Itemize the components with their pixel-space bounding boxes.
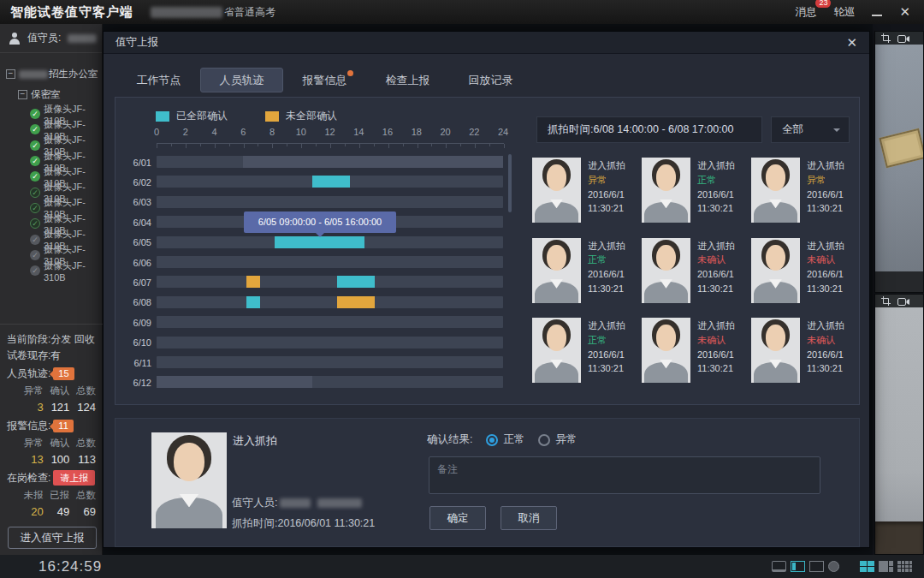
timeline-row: 6/03 <box>116 193 513 212</box>
video-feed-2[interactable] <box>874 294 924 555</box>
grid-4x4-icon[interactable] <box>897 561 912 572</box>
tab-4[interactable]: 检查上报 <box>366 68 449 92</box>
timeline-segment-unconfirmed[interactable] <box>337 296 375 308</box>
timeline-segment-confirmed[interactable] <box>246 296 261 308</box>
timeline-track[interactable] <box>157 236 503 248</box>
timeline-segment-unconfirmed[interactable] <box>246 276 261 288</box>
axis-tick <box>258 144 258 146</box>
timeline-segment-confirmed[interactable] <box>275 236 364 248</box>
camera-item[interactable]: 摄像头JF-310B <box>0 263 102 278</box>
timeline-track[interactable] <box>157 176 503 188</box>
video-feed-1[interactable] <box>874 31 924 293</box>
tab-1[interactable]: 工作节点 <box>117 68 200 92</box>
axis-tick-label: 12 <box>324 127 335 137</box>
capture-card-info: 进入抓拍未确认2016/6/111:30:21 <box>697 238 735 319</box>
axis-tick-label: 10 <box>296 127 306 137</box>
timeline-track[interactable] <box>157 256 503 268</box>
grid-1plus5-icon[interactable] <box>879 561 893 572</box>
axis-tick <box>374 144 375 146</box>
timeline-track[interactable] <box>157 376 503 388</box>
axis-tick <box>157 144 157 148</box>
capture-date: 2016/6/1 <box>588 188 625 202</box>
capture-date: 2016/6/1 <box>697 267 735 282</box>
camera-icon[interactable] <box>897 31 909 46</box>
collapse-icon[interactable] <box>18 90 27 99</box>
record-icon[interactable] <box>828 561 839 572</box>
tab-label: 人员轨迹 <box>220 74 264 86</box>
confirm-button[interactable]: 确定 <box>429 506 486 530</box>
exam-label: 省普通高考 <box>224 5 275 20</box>
capture-card[interactable]: 进入抓拍正常2016/6/111:30:21 <box>532 238 642 319</box>
capture-card[interactable]: 进入抓拍正常2016/6/111:30:21 <box>532 318 642 398</box>
axis-tick <box>301 144 302 148</box>
capture-card[interactable]: 进入抓拍未确认2016/6/111:30:21 <box>751 318 861 398</box>
video-frame <box>875 295 923 554</box>
stat-col-header: 未报 <box>17 487 44 504</box>
capture-filter-dropdown[interactable]: 全部 <box>771 116 850 143</box>
tab-2[interactable]: 人员轨迹 <box>200 68 283 92</box>
timeline-track[interactable] <box>157 356 503 368</box>
timeline-track[interactable] <box>157 196 503 208</box>
note-textarea[interactable] <box>429 456 820 494</box>
tree-node-secure-room[interactable]: 保密室 <box>0 86 102 104</box>
crop-icon[interactable] <box>881 294 891 309</box>
minimize-icon[interactable] <box>872 15 882 16</box>
tab-3[interactable]: 报警信息 <box>283 68 366 92</box>
capture-date: 2016/6/1 <box>697 188 735 202</box>
stat-col-header: 总数 <box>69 487 96 504</box>
cancel-button[interactable]: 取消 <box>500 506 557 530</box>
grid-cell <box>897 565 901 569</box>
dialog-close-icon[interactable]: ✕ <box>846 35 857 51</box>
capture-card[interactable]: 进入抓拍异常2016/6/111:30:21 <box>751 158 861 238</box>
capture-card[interactable]: 进入抓拍未确认2016/6/111:30:21 <box>642 238 751 319</box>
axis-tick-label: 6 <box>240 127 246 137</box>
tab-5[interactable]: 回放记录 <box>449 68 532 92</box>
screen-icon[interactable] <box>772 561 786 572</box>
timeline-row-label: 6/04 <box>121 217 151 228</box>
timeline-segment-confirmed[interactable] <box>312 176 350 188</box>
crop-icon[interactable] <box>881 31 891 46</box>
tab-label: 检查上报 <box>386 74 430 86</box>
patrol-button[interactable]: 轮巡 <box>833 5 855 20</box>
timeline-track[interactable] <box>157 156 503 168</box>
axis-tick-label: 24 <box>498 127 508 137</box>
axis-tick <box>272 144 273 148</box>
single-view-icon[interactable] <box>809 561 824 572</box>
stat-col-header: 已报 <box>44 487 70 504</box>
timeline-segment-confirmed[interactable] <box>337 276 375 288</box>
timeline-row: 6/08 <box>116 293 513 313</box>
grid-2x2-icon[interactable] <box>860 561 874 572</box>
capture-status: 未确认 <box>697 253 735 267</box>
capture-date: 2016/6/1 <box>807 188 844 202</box>
capture-card[interactable]: 进入抓拍未确认2016/6/111:30:21 <box>751 238 861 319</box>
capture-card[interactable]: 进入抓拍未确认2016/6/111:30:21 <box>642 318 751 398</box>
capture-card[interactable]: 进入抓拍异常2016/6/111:30:21 <box>532 158 642 238</box>
timeline-track[interactable] <box>157 337 503 349</box>
timeline-track[interactable] <box>157 316 503 328</box>
capture-photo <box>751 318 800 383</box>
tree-node-office[interactable]: 招生办公室 <box>0 65 102 83</box>
axis-tick-label: 4 <box>211 127 216 137</box>
stat-table: 未报已报总数204969 <box>7 487 98 521</box>
axis-tick <box>431 144 432 146</box>
timeline-segment-range[interactable] <box>157 376 312 388</box>
capture-card[interactable]: 进入抓拍正常2016/6/111:30:21 <box>642 158 751 238</box>
timeline-track[interactable] <box>157 276 503 288</box>
stat-section-label: 在岗检查: <box>7 471 50 486</box>
timeline-track[interactable] <box>157 296 503 308</box>
timeline-segment-range[interactable] <box>243 156 503 168</box>
radio-normal[interactable] <box>486 434 498 446</box>
timeline-tooltip: 6/05 09:00:00 - 6/05 16:00:00 <box>244 212 396 233</box>
enter-report-button[interactable]: 进入值守上报 <box>8 527 97 549</box>
sidebar-layout-icon[interactable] <box>791 561 805 572</box>
stat-section-badge[interactable]: 请上报 <box>53 470 95 486</box>
capture-card-info: 进入抓拍正常2016/6/111:30:21 <box>588 318 625 398</box>
close-icon[interactable]: ✕ <box>899 4 910 20</box>
radio-abnormal[interactable] <box>538 434 550 446</box>
collapse-icon[interactable] <box>6 69 15 79</box>
messages-button[interactable]: 消息 23 <box>795 5 816 20</box>
capture-photo <box>751 238 800 303</box>
camera-icon[interactable] <box>897 294 909 309</box>
timeline-scrollbar[interactable] <box>508 154 512 212</box>
stat-col-header: 确认 <box>44 383 70 399</box>
